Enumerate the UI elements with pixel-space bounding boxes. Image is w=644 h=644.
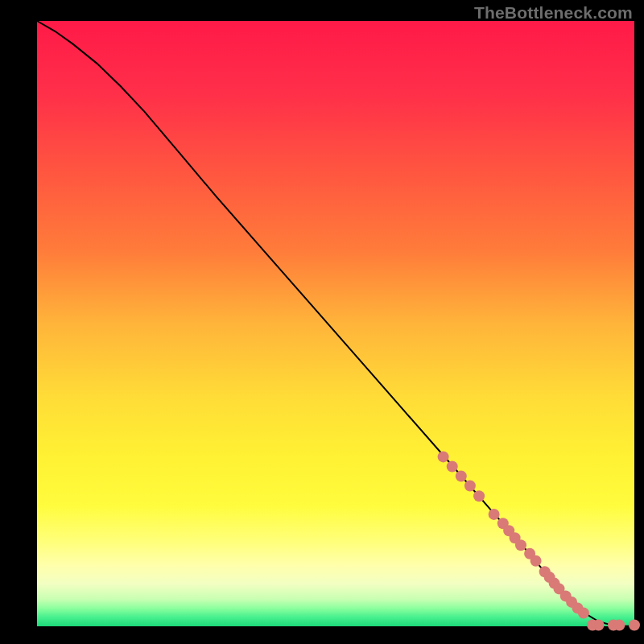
plot-background bbox=[37, 21, 634, 626]
marker-dot bbox=[464, 481, 476, 492]
marker-dot bbox=[438, 451, 449, 462]
marker-dot bbox=[515, 539, 526, 551]
marker-dot bbox=[447, 461, 458, 473]
marker-dot bbox=[473, 490, 485, 502]
watermark-label: TheBottleneck.com bbox=[474, 3, 633, 23]
marker-dot bbox=[629, 620, 640, 631]
chart-svg bbox=[0, 0, 644, 644]
chart-container: TheBottleneck.com bbox=[0, 0, 644, 644]
marker-dot bbox=[530, 555, 542, 567]
marker-dot bbox=[578, 608, 589, 619]
marker-dot bbox=[613, 620, 625, 631]
marker-dot bbox=[489, 509, 500, 520]
marker-dot bbox=[456, 471, 467, 482]
marker-dot bbox=[593, 620, 605, 631]
